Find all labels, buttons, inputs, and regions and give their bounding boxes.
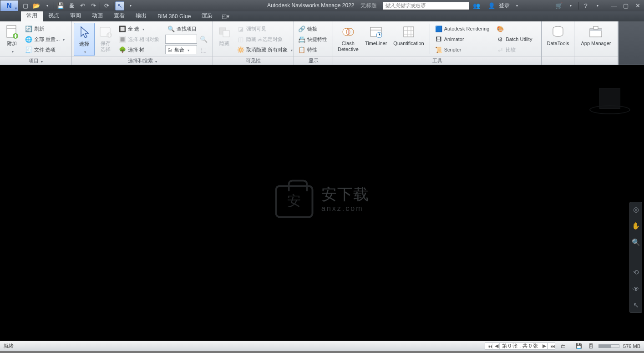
help-icon[interactable]: ? — [581, 1, 590, 10]
hide-button[interactable]: 隐藏 — [215, 23, 234, 47]
batch-utility-button[interactable]: ⚙ Batch Utility — [494, 34, 534, 44]
tab-home[interactable]: 常用 — [21, 10, 43, 21]
rendering-label: Autodesk Rendering — [444, 26, 490, 31]
minimize-icon[interactable]: — — [609, 1, 619, 10]
user-icon[interactable]: 👤 — [487, 1, 496, 10]
scripter-label: Scripter — [444, 47, 461, 52]
find-items-icon: 🔍 — [167, 25, 175, 32]
sheet-browser-icon[interactable]: 🗀 — [559, 343, 567, 350]
exchange-icon[interactable]: 🛒 — [554, 1, 563, 10]
sets-combo[interactable]: 🗂 集合 — [165, 45, 197, 54]
orbit-icon[interactable]: ⟲ — [631, 268, 640, 277]
login-dropdown-icon[interactable]: ▾ — [512, 1, 522, 10]
view-cube[interactable] — [589, 88, 630, 129]
save-selection-label: 保存 选择 — [101, 41, 111, 52]
select-all-button[interactable]: 🔲 全 选 — [117, 24, 162, 34]
tab-viewpoint[interactable]: 视点 — [43, 10, 65, 21]
animator-icon: 🎞 — [435, 36, 442, 43]
search-lookup-icon[interactable]: 👥 — [472, 1, 481, 10]
close-icon[interactable]: ✕ — [633, 1, 642, 10]
select-tool-icon[interactable]: ↖ — [115, 1, 124, 10]
scripter-button[interactable]: 📜 Scripter — [433, 45, 492, 55]
quick-find-go-icon[interactable]: 🔍 — [198, 34, 208, 44]
tab-output[interactable]: 输出 — [130, 10, 152, 21]
select-same-icon: 🔳 — [119, 36, 126, 43]
links-button[interactable]: 🔗 链接 — [296, 24, 330, 34]
viewport[interactable]: ◎ ✋ 🔍 ⟲ 👁 ↖ 安下载 anxz.com — [0, 65, 644, 341]
save-status-icon[interactable]: 💾 — [575, 343, 583, 350]
save-icon[interactable]: 💾 — [56, 1, 65, 10]
datatools-label: DataTools — [547, 41, 569, 46]
help-dropdown-icon[interactable]: ▾ — [593, 1, 602, 10]
titlebar-separator — [484, 2, 484, 10]
pager-last-icon[interactable]: ⏭ — [548, 343, 555, 349]
appearance-profiler-button[interactable]: 🎨 — [494, 24, 534, 34]
quantification-button[interactable]: Quantification — [390, 23, 426, 47]
exchange-dropdown-icon[interactable]: ▾ — [566, 1, 575, 10]
tab-render[interactable]: 渲染 — [196, 10, 218, 21]
clash-detective-button[interactable]: Clash Detective — [335, 23, 361, 53]
print-icon[interactable]: 🖶 — [67, 1, 76, 10]
tab-animation[interactable]: 动画 — [86, 10, 108, 21]
panel-title-selection[interactable]: 选择和搜索 — [72, 56, 213, 65]
ribbon-tabs: 常用 视点 审阅 动画 查看 输出 BIM 360 Glue 渲染 ◰▾ — [0, 11, 644, 21]
scripter-icon: 📜 — [435, 46, 442, 53]
append-button[interactable]: 附加 — [2, 23, 22, 55]
timeliner-button[interactable]: TimeLiner — [362, 23, 390, 47]
maximize-icon[interactable]: ▢ — [621, 1, 630, 10]
qat-dropdown-icon[interactable]: ▾ — [126, 1, 135, 10]
pager-first-icon[interactable]: ⏮ — [485, 343, 492, 349]
undo-icon[interactable]: ↶ — [78, 1, 87, 10]
reset-dropdown-icon — [61, 36, 65, 42]
require-button[interactable]: ◪ 强制可见 — [235, 24, 295, 34]
panel-title-project[interactable]: 项目 — [0, 56, 71, 65]
find-items-button[interactable]: 🔍 查找项目 — [165, 24, 208, 34]
selection-tree-button[interactable]: 🌳 选择 树 — [117, 45, 162, 55]
tab-bim360[interactable]: BIM 360 Glue — [152, 12, 196, 21]
navigation-bar: ◎ ✋ 🔍 ⟲ 👁 ↖ — [629, 202, 642, 313]
quick-find-input[interactable] — [165, 35, 197, 44]
app-manager-button[interactable]: App Manager — [578, 23, 614, 47]
compare-button[interactable]: ⇄ 比较 — [494, 45, 534, 55]
refresh-button[interactable]: 🔄 刷新 — [23, 24, 67, 34]
qat-separator — [54, 2, 54, 10]
select-button[interactable]: 选择 — [74, 23, 95, 56]
sets-manage-icon[interactable]: ⬚ — [198, 45, 208, 55]
open-icon[interactable]: 📂 — [32, 1, 41, 10]
panel-project: 附加 🔄 刷新 🌐 全部 重置... 🧾 文件 选项 — [0, 21, 72, 65]
rendering-icon: 🟦 — [435, 25, 442, 32]
quick-props-button[interactable]: 📇 快捷特性 — [296, 34, 330, 44]
view-cube-compass[interactable] — [589, 105, 630, 114]
select-same-button[interactable]: 🔳 选择 相同对象 — [117, 34, 162, 44]
select-nav-icon[interactable]: ↖ — [631, 301, 640, 310]
hide-unselected-button[interactable]: ◫ 隐藏 未选定对象 — [235, 34, 295, 44]
qat-separator — [100, 2, 100, 10]
pager-prev-icon[interactable]: ◀ — [492, 343, 500, 349]
reset-all-button[interactable]: 🌐 全部 重置... — [23, 34, 67, 44]
login-button[interactable]: 登录 — [499, 2, 510, 10]
tab-review[interactable]: 审阅 — [65, 10, 86, 21]
pager-next-icon[interactable]: ▶ — [540, 343, 548, 349]
look-icon[interactable]: 👁 — [631, 284, 640, 293]
redo-icon[interactable]: ↷ — [89, 1, 98, 10]
hide-unselected-icon: ◫ — [237, 36, 244, 43]
search-input[interactable]: 键入关键字或短语 — [383, 2, 469, 10]
unhide-all-button[interactable]: 🔆 取消隐藏 所有对象 — [235, 45, 295, 55]
tab-view[interactable]: 查看 — [108, 10, 130, 21]
tab-extra-icon[interactable]: ◰▾ — [218, 12, 233, 21]
select-same-label: 选择 相同对象 — [128, 36, 159, 43]
steering-wheel-icon[interactable]: ◎ — [631, 205, 640, 214]
file-options-button[interactable]: 🧾 文件 选项 — [23, 45, 67, 55]
refresh-icon[interactable]: ⟳ — [102, 1, 111, 10]
drive-status-icon[interactable]: 🗄 — [587, 343, 595, 350]
save-selection-button[interactable]: 保存 选择 — [96, 23, 116, 53]
open-dropdown-icon[interactable]: ▾ — [43, 1, 52, 10]
new-icon[interactable]: ▢ — [21, 1, 30, 10]
autodesk-rendering-button[interactable]: 🟦 Autodesk Rendering — [433, 24, 492, 34]
datatools-button[interactable]: DataTools — [544, 23, 572, 47]
app-menu-button[interactable]: N — [0, 0, 18, 11]
pan-icon[interactable]: ✋ — [631, 221, 640, 230]
zoom-icon[interactable]: 🔍 — [631, 238, 640, 247]
properties-button[interactable]: 📋 特性 — [296, 45, 330, 55]
animator-button[interactable]: 🎞 Animator — [433, 34, 492, 44]
